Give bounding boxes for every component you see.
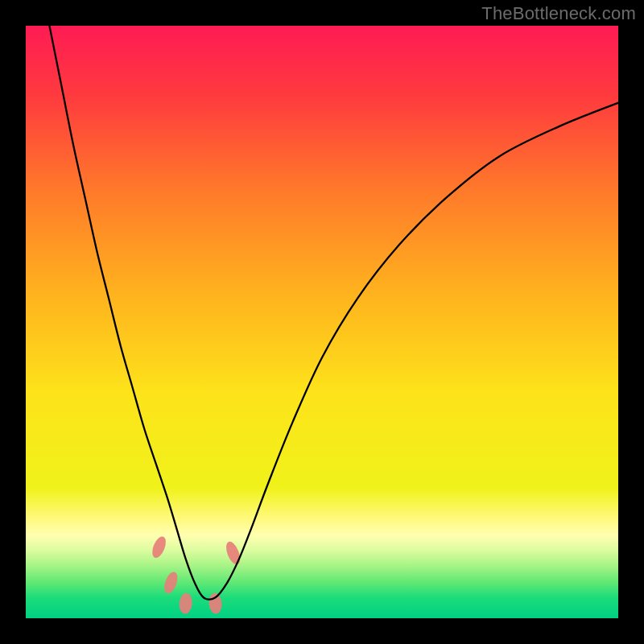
marker-left-upper bbox=[150, 535, 168, 559]
marker-bottom-right bbox=[208, 592, 222, 614]
figure-frame: TheBottleneck.com bbox=[0, 0, 644, 644]
plot-area bbox=[26, 26, 618, 618]
marker-left-lower bbox=[162, 570, 180, 595]
curve-layer bbox=[26, 26, 618, 618]
watermark-text: TheBottleneck.com bbox=[481, 3, 636, 24]
marker-bottom-left bbox=[179, 592, 193, 614]
bottleneck-curve bbox=[49, 26, 618, 600]
markers-group bbox=[150, 535, 243, 614]
marker-right-upper bbox=[223, 540, 242, 567]
